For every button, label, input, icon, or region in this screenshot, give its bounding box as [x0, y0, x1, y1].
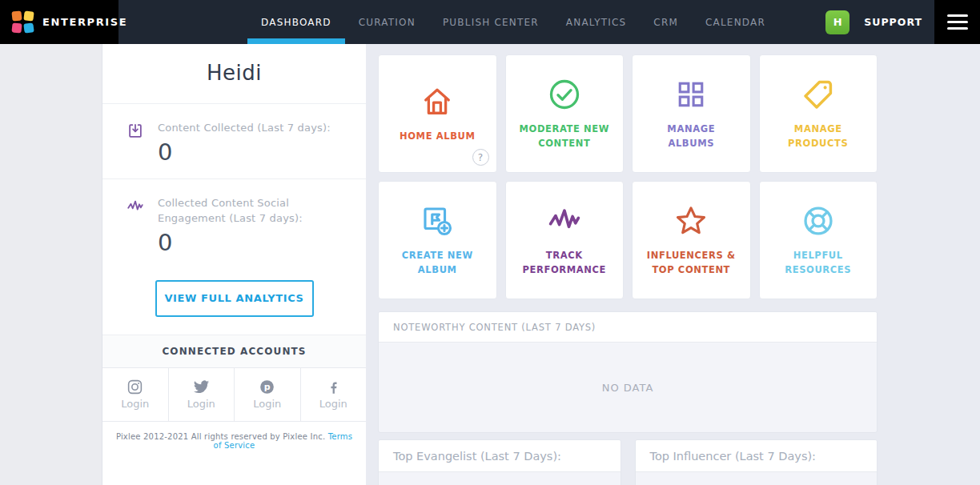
tile-label: MODERATE NEW CONTENT — [516, 122, 613, 151]
tile-influencers-top-content[interactable]: INFLUENCERS & TOP CONTENT — [632, 181, 751, 299]
nav-right: H SUPPORT — [825, 0, 980, 44]
tag-icon — [801, 77, 836, 112]
create-album-icon — [420, 203, 455, 238]
pinterest-icon: p — [259, 379, 275, 395]
page-content: Heidi Content Collected (Last 7 days): 0… — [0, 44, 980, 485]
instagram-login[interactable]: Login — [102, 368, 169, 421]
tab-dashboard[interactable]: DASHBOARD — [261, 0, 331, 44]
top-evangelist-panel: Top Evangelist (Last 7 Days): — [378, 439, 621, 485]
engagement-icon — [127, 198, 144, 215]
panel-body — [379, 472, 621, 485]
tile-label: TRACK PERFORMANCE — [516, 249, 613, 278]
profile-section: Heidi — [102, 44, 366, 104]
pixlee-logo-icon — [12, 11, 34, 33]
stat-label: Collected Content Social Engagement (Las… — [158, 196, 350, 226]
waveform-icon — [547, 203, 582, 238]
grid-icon — [673, 77, 709, 112]
tile-create-new-album[interactable]: CREATE NEW ALBUM — [378, 181, 497, 299]
brand-name: ENTERPRISE — [42, 16, 127, 28]
top-influencer-panel: Top Influencer (Last 7 Days): — [635, 439, 878, 485]
check-circle-icon — [547, 77, 582, 112]
avatar[interactable]: H — [825, 10, 849, 34]
tab-publish-center[interactable]: PUBLISH CENTER — [443, 0, 539, 44]
tile-label: CREATE NEW ALBUM — [388, 249, 486, 278]
login-label: Login — [187, 398, 215, 410]
noteworthy-content-title: NOTEWORTHY CONTENT (LAST 7 DAYS) — [379, 312, 877, 343]
tile-label: MANAGE ALBUMS — [642, 122, 740, 151]
facebook-login[interactable]: Login — [301, 368, 367, 421]
twitter-login[interactable]: Login — [169, 368, 235, 421]
tile-helpful-resources[interactable]: HELPFUL RESOURCES — [759, 181, 878, 299]
login-label: Login — [319, 398, 347, 410]
tile-label: HOME ALBUM — [388, 130, 486, 144]
bottom-panels: Top Evangelist (Last 7 Days): Top Influe… — [378, 439, 878, 485]
top-influencer-title: Top Influencer (Last 7 Days): — [636, 440, 878, 472]
stat-value: 0 — [158, 138, 331, 166]
tile-label: INFLUENCERS & TOP CONTENT — [642, 249, 740, 278]
stat-value: 0 — [158, 229, 350, 256]
stat-label: Content Collected (Last 7 days): — [158, 121, 331, 136]
hamburger-menu-icon[interactable] — [934, 0, 980, 44]
tile-label: MANAGE PRODUCTS — [769, 122, 867, 151]
brand-logo[interactable]: ENTERPRISE — [0, 0, 118, 44]
tab-curation[interactable]: CURATION — [359, 0, 416, 44]
top-nav: ENTERPRISE DASHBOARD CURATION PUBLISH CE… — [0, 0, 980, 44]
no-data-text: NO DATA — [379, 343, 877, 432]
tile-label: HELPFUL RESOURCES — [769, 249, 867, 278]
instagram-icon — [127, 379, 143, 395]
tile-moderate-new-content[interactable]: MODERATE NEW CONTENT — [505, 54, 625, 173]
login-label: Login — [253, 398, 281, 410]
tab-crm[interactable]: CRM — [653, 0, 678, 44]
top-evangelist-title: Top Evangelist (Last 7 Days): — [379, 440, 621, 472]
tile-manage-products[interactable]: MANAGE PRODUCTS — [759, 54, 878, 173]
stat-engagement: Collected Content Social Engagement (Las… — [102, 179, 366, 269]
sidebar: Heidi Content Collected (Last 7 days): 0… — [102, 44, 366, 485]
user-title: Heidi — [110, 61, 358, 85]
twitter-icon — [193, 379, 210, 395]
star-icon — [673, 203, 709, 238]
view-full-analytics-button[interactable]: VIEW FULL ANALYTICS — [155, 280, 314, 317]
nav-tabs: DASHBOARD CURATION PUBLISH CENTER ANALYT… — [261, 0, 765, 44]
stat-content-collected: Content Collected (Last 7 days): 0 — [102, 104, 366, 179]
connected-accounts-header: CONNECTED ACCOUNTS — [102, 335, 366, 368]
tile-track-performance[interactable]: TRACK PERFORMANCE — [505, 181, 625, 299]
pinterest-login[interactable]: p Login — [235, 368, 301, 421]
login-label: Login — [121, 398, 149, 410]
shortcut-tile-grid: HOME ALBUM ? MODERATE NEW CONTENT — [378, 54, 878, 299]
copyright-text: Pixlee 2012-2021 All rights reserved by … — [116, 432, 325, 441]
tile-home-album[interactable]: HOME ALBUM ? — [378, 54, 497, 173]
tab-calendar[interactable]: CALENDAR — [705, 0, 765, 44]
lifebuoy-icon — [801, 203, 836, 238]
stat-engagement-section: Collected Content Social Engagement (Las… — [102, 179, 366, 335]
main-area: HOME ALBUM ? MODERATE NEW CONTENT — [366, 44, 980, 485]
panel-body — [636, 472, 878, 485]
noteworthy-content-panel: NOTEWORTHY CONTENT (LAST 7 DAYS) NO DATA — [378, 311, 878, 433]
support-link[interactable]: SUPPORT — [864, 16, 922, 28]
home-icon — [420, 84, 455, 119]
connected-accounts-row: Login Login p Login Login — [102, 368, 366, 422]
left-gutter — [0, 44, 102, 485]
tab-analytics[interactable]: ANALYTICS — [566, 0, 626, 44]
content-collected-icon — [127, 122, 144, 140]
facebook-icon — [325, 379, 342, 395]
tile-manage-albums[interactable]: MANAGE ALBUMS — [632, 54, 751, 173]
help-badge[interactable]: ? — [472, 149, 489, 166]
sidebar-footer: Pixlee 2012-2021 All rights reserved by … — [102, 422, 366, 460]
svg-text:p: p — [264, 382, 271, 392]
